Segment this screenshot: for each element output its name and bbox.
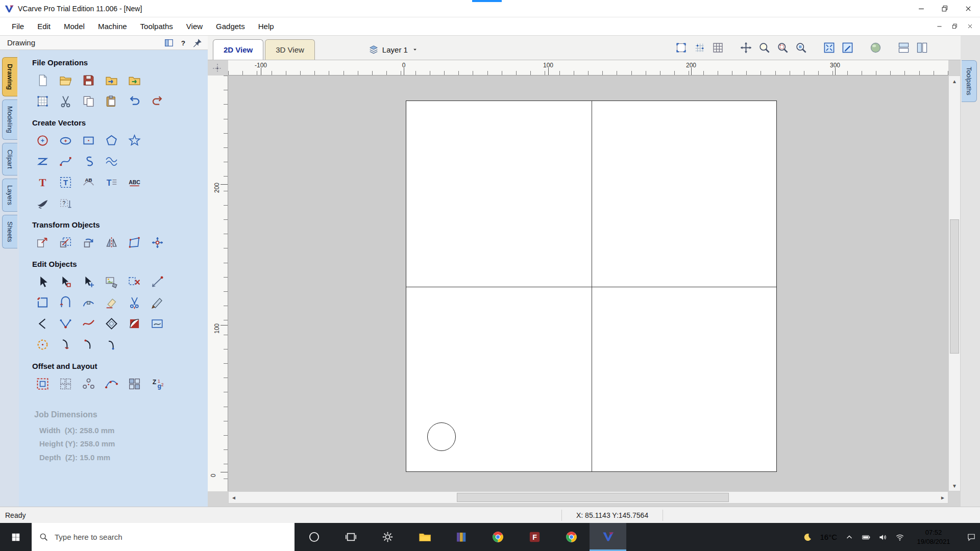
- taskbar-search-input[interactable]: Type here to search: [32, 523, 295, 551]
- mdi-restore-button[interactable]: [947, 20, 962, 33]
- export-vectors-tool-button[interactable]: [124, 70, 144, 90]
- taskbar-chrome-icon[interactable]: [479, 523, 516, 551]
- scroll-right-icon[interactable]: [938, 492, 948, 503]
- zoom-drawing-button[interactable]: [840, 40, 855, 56]
- erase-tool-button[interactable]: [101, 293, 121, 312]
- draw-gear-tool-button[interactable]: [101, 152, 121, 171]
- horizontal-scrollbar[interactable]: [228, 491, 948, 504]
- draw-rectangle-tool-button[interactable]: [78, 131, 99, 150]
- taskbar-task-view-icon[interactable]: [332, 523, 369, 551]
- menu-toolpaths[interactable]: Toolpaths: [134, 17, 180, 35]
- taskbar-cortana-icon[interactable]: [296, 523, 332, 551]
- transform-edit-tool-button[interactable]: [78, 272, 99, 291]
- clock[interactable]: 07:52 19/08/2021: [912, 528, 955, 546]
- nesting-tool-button[interactable]: [124, 374, 144, 393]
- arc-seg-2-tool-button[interactable]: [101, 335, 121, 354]
- scroll-left-icon[interactable]: [229, 492, 239, 503]
- minimize-button[interactable]: [910, 0, 933, 17]
- menu-machine[interactable]: Machine: [91, 17, 134, 35]
- menu-gadgets[interactable]: Gadgets: [209, 17, 252, 35]
- select-tool-button[interactable]: [32, 272, 53, 291]
- grid-toggle-button[interactable]: [710, 40, 726, 56]
- fit-curve-tool-button[interactable]: [78, 314, 99, 333]
- tile-horizontal-button[interactable]: [896, 40, 912, 56]
- menu-edit[interactable]: Edit: [31, 17, 57, 35]
- panel-help-button[interactable]: ?: [178, 38, 188, 48]
- mirror-tool-button[interactable]: [101, 233, 121, 252]
- taskbar-vcarve-icon[interactable]: [590, 523, 626, 551]
- crop-tool-button[interactable]: [147, 314, 167, 333]
- zoom-extents-button[interactable]: [821, 40, 837, 56]
- offset-tool-button[interactable]: [32, 374, 53, 393]
- draw-star-tool-button[interactable]: [124, 131, 144, 150]
- snap-grid-button[interactable]: [692, 40, 707, 56]
- cut-tool-button[interactable]: [55, 91, 76, 111]
- edit-picture-tool-button[interactable]: [101, 272, 121, 291]
- snap-options-button[interactable]: [673, 40, 689, 56]
- measure-tool-button[interactable]: [147, 272, 167, 291]
- temperature-widget[interactable]: 16°C: [820, 533, 837, 541]
- arc-seg-1-tool-button[interactable]: [78, 335, 99, 354]
- draw-polygon-tool-button[interactable]: [101, 131, 121, 150]
- mdi-minimize-button[interactable]: [932, 20, 946, 33]
- job-setup-tool-button[interactable]: [32, 91, 53, 111]
- smart-nesting-tool-button[interactable]: Zg12: [147, 374, 167, 393]
- scale-tool-button[interactable]: [55, 233, 76, 252]
- distort-tool-button[interactable]: [124, 233, 144, 252]
- ruler-origin-icon[interactable]: [210, 61, 225, 76]
- draw-polyline-tool-button[interactable]: [32, 152, 53, 171]
- move-tool-button[interactable]: [32, 233, 53, 252]
- network-icon[interactable]: [895, 533, 904, 542]
- mdi-close-button[interactable]: [963, 20, 977, 33]
- save-file-tool-button[interactable]: [78, 70, 99, 90]
- extend-arc-tool-button[interactable]: [55, 335, 76, 354]
- vertical-scrollbar[interactable]: [948, 76, 961, 491]
- curve-fit-tool-button[interactable]: [78, 293, 99, 312]
- draw-text-tool-button[interactable]: T: [32, 172, 53, 192]
- taskbar-winrar-icon[interactable]: [443, 523, 479, 551]
- text-to-curves-tool-button[interactable]: ABC: [124, 172, 144, 192]
- taskbar-settings-icon[interactable]: [369, 523, 406, 551]
- dimension-tool-button[interactable]: ?: [55, 193, 76, 213]
- text-on-curve-tool-button[interactable]: AB: [78, 172, 99, 192]
- battery-icon[interactable]: [862, 533, 871, 542]
- side-tab-layers[interactable]: Layers: [2, 179, 17, 212]
- layer-selector[interactable]: Layer 1: [369, 44, 419, 55]
- copy-tool-button[interactable]: [78, 91, 99, 111]
- scroll-up-icon[interactable]: [949, 76, 960, 86]
- start-button[interactable]: [0, 523, 32, 551]
- boolean-tool-button[interactable]: [101, 314, 121, 333]
- side-tab-modeling[interactable]: Modeling: [2, 99, 17, 140]
- scroll-down-icon[interactable]: [949, 481, 960, 491]
- trace-bitmap-tool-button[interactable]: [32, 193, 53, 213]
- knife-tool-button[interactable]: [147, 293, 167, 312]
- paste-tool-button[interactable]: [101, 91, 121, 111]
- toggle-shading-button[interactable]: [868, 40, 884, 56]
- rotate-tool-button[interactable]: [78, 233, 99, 252]
- draw-bezier-tool-button[interactable]: [55, 152, 76, 171]
- menu-view[interactable]: View: [180, 17, 209, 35]
- night-light-icon[interactable]: [803, 533, 812, 542]
- join-smooth-tool-button[interactable]: [55, 293, 76, 312]
- taskbar-file-explorer-icon[interactable]: [406, 523, 443, 551]
- panel-pin-button[interactable]: [192, 38, 203, 48]
- interactive-trim-tool-button[interactable]: [32, 335, 53, 354]
- panel-float-button[interactable]: [164, 38, 174, 48]
- copy-along-tool-button[interactable]: [101, 374, 121, 393]
- redo-tool-button[interactable]: [147, 91, 167, 111]
- canvas[interactable]: [228, 76, 948, 491]
- pan-button[interactable]: [738, 40, 754, 56]
- draw-ellipse-tool-button[interactable]: [55, 131, 76, 150]
- menu-help[interactable]: Help: [252, 17, 281, 35]
- text-in-box-tool-button[interactable]: T: [101, 172, 121, 192]
- tab-2d-view[interactable]: 2D View: [213, 39, 263, 60]
- notification-icon[interactable]: [967, 533, 976, 542]
- undo-tool-button[interactable]: [124, 91, 144, 111]
- tray-expand-icon[interactable]: [845, 533, 854, 542]
- draw-circle-tool-button[interactable]: [32, 131, 53, 150]
- menu-file[interactable]: File: [5, 17, 31, 35]
- drawn-circle-vector[interactable]: [427, 422, 456, 451]
- vertical-scroll-thumb[interactable]: [950, 219, 959, 354]
- delete-tool-button[interactable]: [124, 272, 144, 291]
- align-tool-button[interactable]: [147, 233, 167, 252]
